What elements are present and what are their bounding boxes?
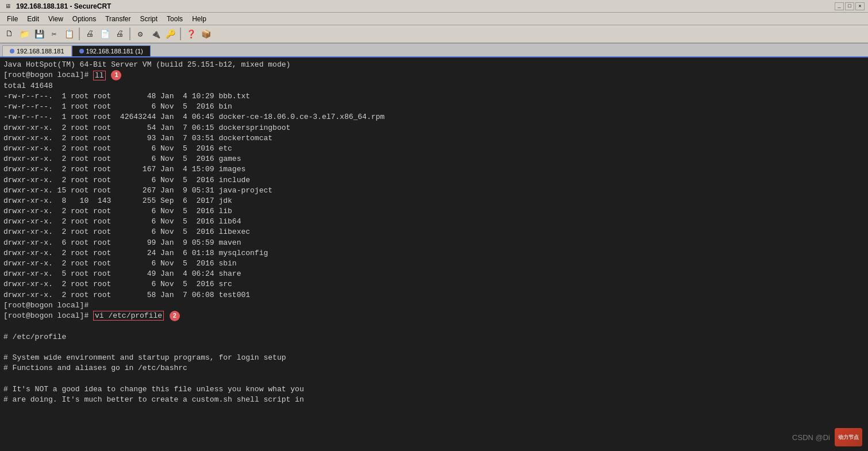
badge-2: 2: [170, 311, 180, 321]
terminal-line-bin: -rw-r--r--. 1 root root 6 Nov 5 2016 bin: [3, 102, 865, 112]
toolbar: 🗋 📁 💾 ✂ 📋 🖨 📄 🖨 ⚙ 🔌 🔑 ❓ 📦: [0, 25, 868, 44]
toolbar-cut[interactable]: ✂: [47, 27, 61, 41]
terminal-line-functions: # Functions and aliases go in /etc/bashr…: [3, 363, 865, 373]
terminal-line-syswide: # System wide environment and startup pr…: [3, 353, 865, 363]
toolbar-print[interactable]: 🖨: [83, 27, 97, 41]
toolbar-save[interactable]: 💾: [32, 27, 46, 41]
logo-badge: 动力节点: [835, 428, 862, 446]
terminal-line-jvm: Java HotSpot(TM) 64-Bit Server VM (build…: [3, 60, 865, 70]
tab-2-label: 192.168.188.181 (1): [86, 48, 143, 55]
terminal-line-sbin: drwxr-xr-x. 2 root root 6 Nov 5 2016 sbi…: [3, 259, 865, 269]
terminal-line-lib: drwxr-xr-x. 2 root root 6 Nov 5 2016 lib: [3, 206, 865, 217]
watermark: CSDN @Di 动力节点: [792, 428, 862, 446]
tab-1-label: 192.168.188.181: [17, 48, 64, 55]
terminal-line-libexec: drwxr-xr-x. 2 root root 6 Nov 5 2016 lib…: [3, 227, 865, 237]
close-button[interactable]: ✕: [855, 2, 865, 10]
terminal-line-profile-comment: # /etc/profile: [3, 332, 865, 342]
menu-edit[interactable]: Edit: [22, 14, 44, 24]
terminal-line-games: drwxr-xr-x. 2 root root 6 Nov 5 2016 gam…: [3, 154, 865, 164]
terminal-line-maven: drwxr-xr-x. 6 root root 99 Jan 9 05:59 m…: [3, 238, 865, 248]
terminal-line-etc: drwxr-xr-x. 2 root root 6 Nov 5 2016 etc: [3, 144, 865, 154]
tab-2[interactable]: 192.168.188.181 (1): [72, 45, 151, 56]
window-icon: 🖥: [3, 2, 13, 11]
toolbar-sep2: [129, 28, 130, 40]
terminal-line-total: total 41648: [3, 81, 865, 91]
toolbar-box[interactable]: 📦: [199, 27, 213, 41]
menu-tools[interactable]: Tools: [162, 14, 187, 24]
terminal-line-bbb: -rw-r--r--. 1 root root 48 Jan 4 10:29 b…: [3, 91, 865, 102]
tab-1[interactable]: 192.168.188.181: [2, 45, 72, 56]
menu-options[interactable]: Options: [68, 14, 101, 24]
terminal-line-share: drwxr-xr-x. 5 root root 49 Jan 4 06:24 s…: [3, 269, 865, 279]
window-title: 192.168.188.181 - SecureCRT: [16, 2, 111, 10]
tab-dot-2: [79, 49, 84, 53]
toolbar-sep1: [79, 28, 80, 40]
window-controls[interactable]: _ □ ✕: [835, 2, 865, 10]
menu-file[interactable]: File: [2, 14, 22, 24]
terminal-line-dockerspring: drwxr-xr-x. 2 root root 54 Jan 7 06:15 d…: [3, 123, 865, 133]
terminal-line-blank2: [3, 342, 865, 353]
title-bar: 🖥 192.168.188.181 - SecureCRT _ □ ✕: [0, 0, 868, 13]
toolbar-settings[interactable]: ⚙: [133, 27, 147, 41]
tab-bar: 192.168.188.181 192.168.188.181 (1): [0, 44, 868, 57]
menu-transfer[interactable]: Transfer: [101, 14, 135, 24]
terminal-line-docker: -rw-r--r--. 1 root root 42643244 Jan 4 0…: [3, 112, 865, 122]
terminal-line-prompt3: [root@bogon local]# vi /etc/profile 2: [3, 311, 865, 322]
toolbar-help[interactable]: ❓: [184, 27, 198, 41]
toolbar-connect[interactable]: 🔌: [148, 27, 162, 41]
terminal[interactable]: Java HotSpot(TM) 64-Bit Server VM (build…: [0, 57, 868, 451]
toolbar-new[interactable]: 🗋: [2, 27, 16, 41]
logo-text: 动力节点: [838, 434, 859, 441]
terminal-line-notagood: # It's NOT a good idea to change this fi…: [3, 384, 865, 395]
terminal-line-mysql: drwxr-xr-x. 2 root root 24 Jan 6 01:18 m…: [3, 248, 865, 259]
minimize-button[interactable]: _: [835, 2, 844, 10]
toolbar-key[interactable]: 🔑: [163, 27, 177, 41]
badge-1: 1: [111, 70, 121, 80]
menu-bar: File Edit View Options Transfer Script T…: [0, 13, 868, 25]
toolbar-open[interactable]: 📁: [17, 27, 31, 41]
terminal-line-java: drwxr-xr-x. 15 root root 267 Jan 9 05:31…: [3, 186, 865, 196]
terminal-line-src: drwxr-xr-x. 2 root root 6 Nov 5 2016 src: [3, 279, 865, 290]
terminal-line-blank3: [3, 374, 865, 384]
terminal-line-lib64: drwxr-xr-x. 2 root root 6 Nov 5 2016 lib…: [3, 217, 865, 227]
terminal-line-blank1: [3, 322, 865, 332]
maximize-button[interactable]: □: [845, 2, 854, 10]
terminal-line-prompt1: [root@bogon local]# ll 1: [3, 70, 865, 81]
terminal-line-jdk: drwxr-xr-x. 8 10 143 255 Sep 6 2017 jdk: [3, 196, 865, 206]
toolbar-copy[interactable]: 📋: [62, 27, 76, 41]
terminal-line-images: drwxr-xr-x. 2 root root 167 Jan 4 15:09 …: [3, 164, 865, 175]
menu-view[interactable]: View: [44, 14, 68, 24]
terminal-line-prompt2: [root@bogon local]#: [3, 300, 865, 311]
terminal-line-include: drwxr-xr-x. 2 root root 6 Nov 5 2016 inc…: [3, 175, 865, 186]
menu-script[interactable]: Script: [135, 14, 162, 24]
toolbar-sep3: [180, 28, 181, 40]
terminal-line-dockertomcat: drwxr-xr-x. 2 root root 93 Jan 7 03:51 d…: [3, 133, 865, 144]
csdn-label: CSDN @Di: [792, 433, 830, 442]
terminal-line-aredoing: # are doing. It's much better to create …: [3, 395, 865, 405]
command-highlight-1: ll: [93, 71, 106, 80]
terminal-line-test001: drwxr-xr-x. 2 root root 58 Jan 7 06:08 t…: [3, 290, 865, 300]
command-highlight-2: vi /etc/profile: [93, 311, 164, 321]
tab-dot-1: [10, 49, 14, 53]
menu-help[interactable]: Help: [187, 14, 211, 24]
toolbar-page[interactable]: 📄: [98, 27, 112, 41]
toolbar-print2[interactable]: 🖨: [113, 27, 126, 41]
